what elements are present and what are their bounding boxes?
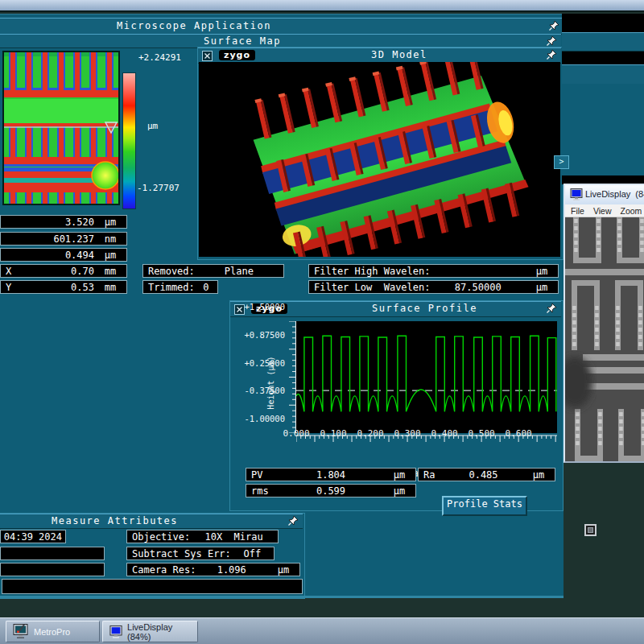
- x-tick-label: 0.000: [279, 428, 314, 439]
- filter-high-label: Filter High Wavelen:: [314, 266, 431, 277]
- measure-attributes-window: Measure Attributes 04:39 2024 Objective:…: [0, 513, 305, 599]
- pin-icon[interactable]: [287, 515, 299, 526]
- result-label: X: [6, 266, 11, 277]
- rms-value: 0.599: [279, 485, 383, 497]
- measure-attributes-titlebar[interactable]: Measure Attributes: [0, 514, 303, 529]
- taskbar-button-label: MetroPro: [34, 627, 70, 637]
- monitor-icon: [109, 625, 122, 639]
- filter-high-box[interactable]: Filter High Wavelen: µm: [308, 264, 559, 278]
- timestamp-box[interactable]: 04:39 2024: [0, 530, 66, 543]
- result-box-1[interactable]: 3.520 µm: [0, 215, 127, 229]
- desktop-icon-glyph: [588, 527, 593, 533]
- 3d-model-titlebar[interactable]: zygo 3D Model: [198, 47, 561, 64]
- rms-box[interactable]: rms 0.599 µm: [246, 484, 416, 497]
- profile-chart-plot: [296, 321, 557, 433]
- menu-zoom[interactable]: Zoom: [621, 206, 642, 216]
- camera-res-value: 1.096: [196, 564, 267, 576]
- background-window-titlebar-1[interactable]: SC163004-2_Not: [562, 32, 644, 52]
- removed-box[interactable]: Removed: Plane: [142, 264, 284, 278]
- result-unit: nm: [94, 233, 126, 245]
- 3d-model-window: zygo 3D Model: [197, 47, 564, 260]
- zygo-logo: zygo: [219, 50, 255, 60]
- y-tick-label: +0.87500: [235, 330, 285, 340]
- result-value: 3.520: [6, 217, 94, 228]
- trimmed-value: 0: [195, 282, 217, 293]
- pv-box[interactable]: PV 1.804 µm: [246, 468, 416, 481]
- result-unit: µm: [94, 217, 126, 228]
- rms-unit: µm: [383, 485, 415, 497]
- result-box-2[interactable]: 601.237 nm: [0, 232, 127, 246]
- ra-unit: µm: [522, 469, 555, 481]
- profile-stats-button[interactable]: Profile Stats: [442, 496, 527, 516]
- taskbar-button-label: LiveDisplay (84%): [127, 622, 191, 642]
- ra-value: 0.485: [444, 469, 522, 481]
- live-camera-render: [565, 217, 644, 461]
- surface-map-render: [4, 52, 118, 204]
- pin-icon[interactable]: [546, 303, 557, 314]
- subtract-label: Subtract Sys Err:: [132, 548, 231, 559]
- taskbar-button-metropro[interactable]: MetroPro: [6, 621, 100, 642]
- 3d-model-canvas[interactable]: [199, 62, 560, 257]
- rms-label: rms: [251, 485, 279, 497]
- result-box-3[interactable]: 0.494 µm: [0, 248, 127, 262]
- chart-y-axis: [287, 321, 296, 433]
- result-unit: mm: [94, 266, 126, 277]
- trimmed-box[interactable]: Trimmed: 0: [142, 280, 218, 294]
- y-tick-label: -1.00000: [235, 414, 285, 423]
- camera-res-box[interactable]: Camera Res: 1.096 µm: [126, 563, 300, 576]
- x-tick-label: 0.300: [390, 428, 425, 439]
- height-colorbar: [122, 72, 136, 209]
- taskbar: MetroPro LiveDisplay (84%): [0, 617, 644, 644]
- menu-file[interactable]: File: [571, 206, 584, 216]
- ra-box[interactable]: Ra 0.485 µm: [418, 468, 555, 481]
- scroll-right-button[interactable]: >: [554, 155, 569, 169]
- close-icon[interactable]: [202, 51, 213, 61]
- menu-view[interactable]: View: [593, 206, 612, 216]
- measure-empty-box-2[interactable]: [0, 563, 105, 576]
- x-tick-label: 0.500: [464, 428, 499, 439]
- microscope-application-titlebar[interactable]: Microscope Application: [0, 18, 564, 35]
- surface-map-image[interactable]: [2, 51, 120, 205]
- pin-icon[interactable]: [546, 35, 557, 47]
- screen: Microscope Application Surface Map: [0, 0, 644, 644]
- livedisplay-menubar: File View Zoom W: [565, 204, 644, 217]
- result-box-x[interactable]: X 0.70 mm: [0, 264, 127, 278]
- ra-label: Ra: [423, 469, 444, 481]
- 3d-model-title: 3D Model: [371, 49, 427, 60]
- chevron-right-icon: >: [559, 157, 564, 166]
- pv-value: 1.804: [279, 469, 383, 481]
- pv-label: PV: [251, 469, 279, 481]
- removed-value: Plane: [195, 266, 283, 277]
- result-box-y[interactable]: Y 0.53 mm: [0, 280, 127, 294]
- objective-box[interactable]: Objective: 10X Mirau: [126, 530, 279, 543]
- x-tick-label: 0.200: [353, 428, 388, 439]
- background-window-titlebar-2[interactable]: C163004-2_8_mi: [562, 64, 644, 85]
- y-tick-label: +1.50000: [235, 302, 285, 312]
- result-value: 601.237: [6, 233, 94, 245]
- pin-icon[interactable]: [548, 20, 559, 31]
- measure-wide-box[interactable]: [2, 579, 303, 594]
- filter-low-box[interactable]: Filter Low Wavelen: 87.50000 µm: [308, 280, 559, 294]
- camera-res-label: Camera Res:: [132, 564, 196, 576]
- result-value: 0.53: [11, 282, 94, 293]
- main-window-bottom-edge: [0, 596, 564, 598]
- measure-attributes-title: Measure Attributes: [52, 515, 178, 526]
- measure-empty-box-1[interactable]: [0, 547, 105, 560]
- livedisplay-titlebar[interactable]: LiveDisplay (84%): [565, 185, 644, 204]
- desktop-icon[interactable]: [584, 524, 597, 536]
- pin-icon[interactable]: [546, 49, 557, 60]
- scale-min-label: -1.27707: [137, 183, 180, 193]
- result-value: 0.494: [6, 250, 94, 261]
- metropro-icon: [13, 624, 29, 639]
- x-tick-label: 0.400: [427, 428, 462, 439]
- filter-low-unit: µm: [526, 282, 558, 293]
- filter-low-value: 87.50000: [431, 282, 526, 293]
- taskbar-button-livedisplay[interactable]: LiveDisplay (84%): [102, 621, 198, 642]
- y-tick-label: +0.25000: [235, 358, 285, 368]
- 3d-model-render: [199, 62, 560, 257]
- subtract-box[interactable]: Subtract Sys Err: Off: [126, 547, 275, 560]
- trimmed-label: Trimmed:: [148, 282, 195, 293]
- scale-max-label: +2.24291: [138, 52, 181, 63]
- result-unit: mm: [94, 282, 126, 293]
- result-value: 0.70: [11, 266, 94, 277]
